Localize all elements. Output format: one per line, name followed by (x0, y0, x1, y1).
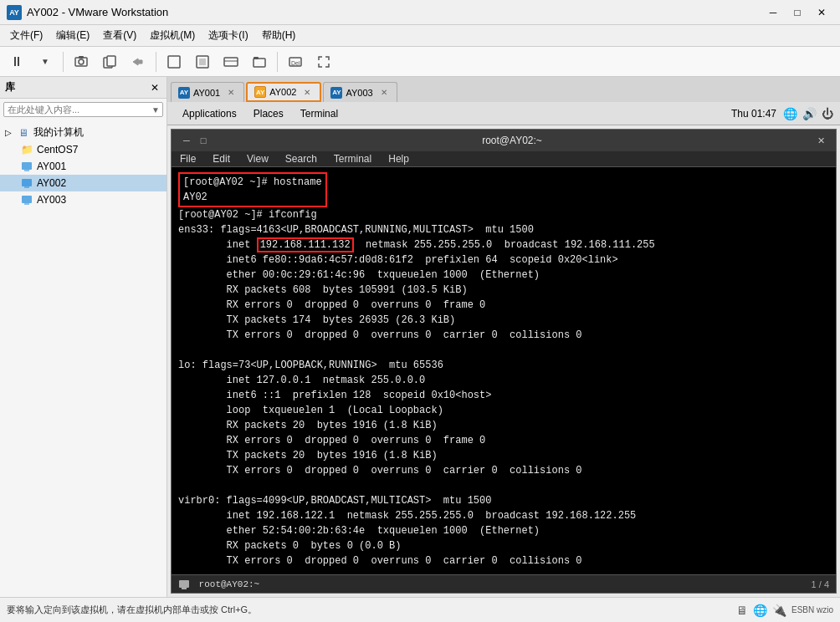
tab-bar: AY AY001 ✕ AY AY002 ✕ AY AY003 ✕ (167, 77, 840, 102)
expand-icon[interactable]: ▷ (5, 128, 17, 137)
title-bar: AY AY002 - VMware Workstation ─ □ ✕ (0, 0, 840, 25)
search-box: ▼ (3, 102, 163, 117)
guest-clock: Thu 01:47 (731, 108, 783, 120)
tree-label-ay001: AY001 (37, 161, 66, 172)
view-normal[interactable] (161, 49, 187, 74)
tree-item-centos7[interactable]: 📁 CentOS7 (0, 141, 166, 158)
tab-icon-ay002: AY (254, 86, 266, 98)
terminal-page: 1 / 4 (812, 579, 829, 589)
sidebar-close-button[interactable]: ✕ (148, 81, 161, 94)
guest-menu-terminal[interactable]: Terminal (292, 106, 346, 121)
terminal-menu-file[interactable]: File (172, 151, 204, 166)
sidebar: 库 ✕ ▼ ▷ 🖥 我的计算机 📁 CentOS7 AY001 (0, 77, 167, 597)
tab-label-ay002: AY002 (269, 87, 296, 97)
network-status-icon[interactable]: 🌐 (753, 604, 767, 617)
network-icon[interactable]: 🌐 (783, 107, 797, 120)
svg-rect-4 (107, 56, 115, 66)
tree-label-centos7: CentOS7 (37, 144, 78, 156)
guest-menu-places[interactable]: Places (245, 106, 292, 121)
terminal-menu-search[interactable]: Search (277, 151, 325, 166)
pause-button[interactable]: ⏸ (3, 49, 30, 74)
toolbar: ⏸ ▼ (0, 47, 840, 77)
tab-label-ay001: AY001 (193, 88, 220, 98)
terminal-minimize[interactable]: ─ (178, 133, 195, 148)
menu-vm[interactable]: 虚拟机(M) (143, 27, 202, 44)
status-icons: 🖥 🌐 🔌 ESBN wzio (736, 604, 833, 617)
sidebar-title: 库 (5, 80, 15, 94)
vm-icon-ay003 (20, 193, 33, 206)
menu-edit[interactable]: 编辑(E) (49, 27, 96, 44)
status-message: 要将输入定向到该虚拟机，请在虚拟机内部单击或按 Ctrl+G。 (7, 604, 257, 616)
search-input[interactable] (4, 103, 149, 116)
tab-icon-ay001: AY (178, 87, 190, 99)
view-fit[interactable] (310, 49, 337, 74)
tree-item-ay003[interactable]: AY003 (0, 191, 166, 208)
svg-rect-8 (224, 58, 238, 66)
tree-label-mycomputer: 我的计算机 (33, 125, 84, 140)
svg-rect-21 (182, 588, 187, 589)
svg-rect-7 (199, 59, 206, 65)
view-unity[interactable] (218, 49, 244, 74)
share-button[interactable] (125, 49, 151, 74)
view-fullscreen[interactable] (189, 49, 216, 74)
tree-item-ay002[interactable]: AY002 (0, 175, 166, 191)
svg-rect-16 (22, 179, 32, 186)
pause-dropdown[interactable]: ▼ (32, 49, 59, 74)
main-layout: 库 ✕ ▼ ▷ 🖥 我的计算机 📁 CentOS7 AY001 (0, 77, 840, 597)
vm-folder-icon: 📁 (20, 143, 33, 156)
minimize-button[interactable]: ─ (761, 3, 785, 23)
toolbar-sep-1 (63, 52, 64, 72)
terminal-menu-edit[interactable]: Edit (204, 151, 238, 166)
content-area: AY AY001 ✕ AY AY002 ✕ AY AY003 ✕ Applica… (167, 77, 840, 597)
terminal-maximize[interactable]: □ (195, 133, 212, 148)
ip-address-box: 192.168.111.132 (257, 237, 354, 252)
menu-help[interactable]: 帮助(H) (255, 27, 303, 44)
svg-rect-2 (79, 56, 84, 59)
menu-tab[interactable]: 选项卡(I) (202, 27, 254, 44)
window-title: AY002 - VMware Workstation (27, 6, 761, 18)
guest-menu-applications[interactable]: Applications (174, 106, 245, 121)
tree-item-ay001[interactable]: AY001 (0, 158, 166, 175)
tab-ay001[interactable]: AY AY001 ✕ (171, 82, 244, 102)
snapshot-button[interactable] (68, 49, 95, 74)
computer-icon: 🖥 (17, 126, 30, 140)
tab-close-ay001[interactable]: ✕ (225, 87, 237, 99)
toolbar-sep-2 (156, 52, 156, 72)
terminal-menu-terminal[interactable]: Terminal (325, 151, 380, 166)
menu-file[interactable]: 文件(F) (3, 27, 49, 44)
vm-icon-ay001 (20, 160, 33, 173)
tab-close-ay002[interactable]: ✕ (301, 86, 313, 98)
tab-close-ay003[interactable]: ✕ (378, 87, 390, 99)
view-tabs[interactable] (246, 49, 273, 74)
svg-rect-11 (254, 57, 259, 59)
close-button[interactable]: ✕ (810, 3, 833, 23)
maximize-button[interactable]: □ (786, 3, 809, 23)
clone-button[interactable] (96, 49, 123, 74)
usb-status-icon[interactable]: 🔌 (772, 604, 786, 617)
terminal-window[interactable]: ─ □ root@AY02:~ ✕ File Edit View Search … (171, 129, 837, 594)
terminal-status-text: root@AY02:~ (178, 579, 812, 590)
terminal-titlebar: ─ □ root@AY02:~ ✕ (172, 130, 836, 151)
power-icon[interactable]: ⏻ (822, 107, 833, 120)
terminal-body[interactable]: [root@AY02 ~]# hostname AY02 [root@AY02 … (172, 167, 836, 574)
send-ctrlaltdel[interactable]: Del (282, 49, 309, 74)
terminal-menu-view[interactable]: View (238, 151, 277, 166)
terminal-close[interactable]: ✕ (812, 133, 829, 148)
sidebar-header: 库 ✕ (0, 77, 166, 99)
menu-bar: 文件(F) 编辑(E) 查看(V) 虚拟机(M) 选项卡(I) 帮助(H) (0, 25, 840, 47)
menu-view[interactable]: 查看(V) (96, 27, 143, 44)
svg-rect-19 (24, 203, 29, 205)
vm-status-icon[interactable]: 🖥 (736, 604, 748, 617)
tree-label-ay002: AY002 (37, 177, 66, 189)
terminal-menu-help[interactable]: Help (380, 151, 417, 166)
tab-ay002[interactable]: AY AY002 ✕ (246, 82, 321, 102)
svg-rect-10 (254, 59, 265, 67)
terminal-menubar: File Edit View Search Terminal Help (172, 151, 836, 167)
tab-ay003[interactable]: AY AY003 ✕ (323, 82, 397, 102)
volume-icon[interactable]: 🔊 (802, 107, 817, 120)
tree-item-mycomputer[interactable]: ▷ 🖥 我的计算机 (0, 124, 166, 141)
svg-rect-14 (22, 162, 32, 170)
search-dropdown-icon[interactable]: ▼ (149, 104, 162, 116)
tab-label-ay003: AY003 (346, 88, 372, 98)
guest-toolbar: Applications Places Terminal Thu 01:47 🌐… (167, 102, 840, 125)
